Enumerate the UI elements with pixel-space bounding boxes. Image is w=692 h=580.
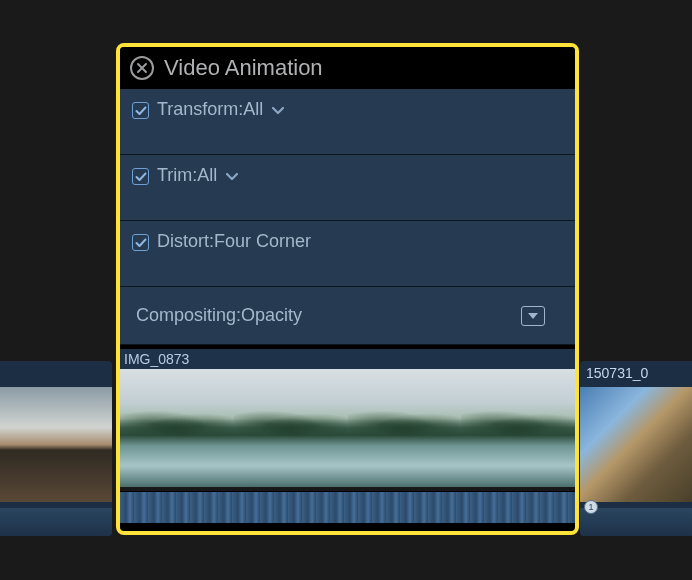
check-icon (135, 106, 147, 116)
triangle-down-icon (527, 312, 539, 320)
effect-row-distort[interactable]: Distort:Four Corner (120, 221, 575, 287)
fade-handle-marker[interactable]: 1 (584, 500, 598, 514)
checkbox-transform[interactable] (132, 102, 149, 119)
effect-label: Trim:All (157, 165, 217, 186)
checkbox-distort[interactable] (132, 234, 149, 251)
chevron-down-icon (225, 172, 239, 182)
clip-audio-waveform (120, 491, 575, 523)
filmstrip (120, 369, 575, 487)
effect-row-transform[interactable]: Transform:All (120, 89, 575, 155)
check-icon (135, 238, 147, 248)
clip-thumbnail (580, 387, 692, 502)
effect-label: Transform:All (157, 99, 263, 120)
panel-header: Video Animation (120, 47, 575, 89)
clip-label: 150731_0 (586, 365, 648, 381)
compositing-label: Compositing:Opacity (132, 305, 302, 326)
clip-name-label: IMG_0873 (124, 351, 189, 367)
effect-label: Distort:Four Corner (157, 231, 311, 252)
clip-thumbnail (0, 387, 112, 502)
panel-title: Video Animation (164, 55, 323, 81)
timeline-clip-left[interactable] (0, 361, 112, 536)
close-button[interactable] (130, 56, 154, 80)
timeline-clip-right[interactable]: 150731_0 1 (580, 361, 692, 536)
clip-preview-area[interactable]: IMG_0873 (120, 345, 575, 523)
chevron-down-icon (271, 106, 285, 116)
parameter-dropdown[interactable] (271, 106, 285, 116)
video-animation-panel: Video Animation Transform:All Trim:All (116, 43, 579, 535)
effect-row-trim[interactable]: Trim:All (120, 155, 575, 221)
compositing-row[interactable]: Compositing:Opacity (120, 287, 575, 345)
expand-button[interactable] (521, 306, 545, 326)
clip-audio-waveform (580, 508, 692, 536)
close-icon (136, 62, 148, 74)
parameter-dropdown[interactable] (225, 172, 239, 182)
checkbox-trim[interactable] (132, 168, 149, 185)
check-icon (135, 172, 147, 182)
clip-audio-waveform (0, 508, 112, 536)
